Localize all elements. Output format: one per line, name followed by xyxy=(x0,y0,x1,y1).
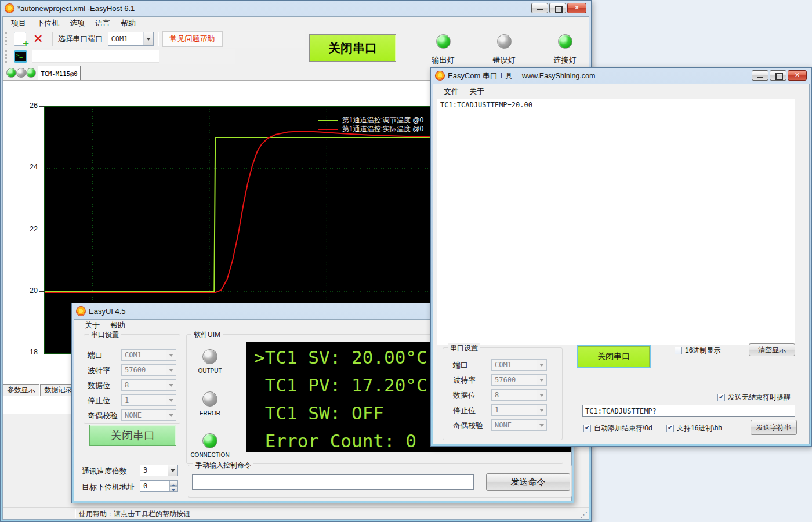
manual-command-input[interactable] xyxy=(192,474,474,490)
port-label: 端口 xyxy=(453,360,468,371)
menu-help[interactable]: 帮助 xyxy=(115,17,141,30)
delete-icon[interactable]: ✕ xyxy=(33,32,44,46)
parity-select[interactable]: NONE xyxy=(491,419,547,431)
remind-no-terminator-checkbox[interactable]: 发送无结束符时提醒 xyxy=(717,393,791,403)
y-tick-mark xyxy=(39,106,44,107)
stopbits-value: 1 xyxy=(125,396,129,404)
legend-line-swatch xyxy=(318,129,338,130)
serial-settings-title: 串口设置 xyxy=(448,343,480,353)
toolbar-grip-icon[interactable] xyxy=(5,50,8,63)
port-select[interactable]: COM1 xyxy=(121,349,176,361)
stopbits-select[interactable]: 1 xyxy=(121,394,176,406)
databits-select[interactable]: 8 xyxy=(491,389,547,401)
chevron-down-icon xyxy=(166,350,176,360)
toolbar-separator xyxy=(158,32,158,46)
clear-display-button[interactable]: 清空显示 xyxy=(749,343,795,356)
main-toolbar: ✕ 选择串口端口 COM1 常见问题帮助 xyxy=(3,30,304,48)
output-light: 输出灯 xyxy=(421,34,465,66)
toolbar-grip-icon[interactable] xyxy=(5,32,8,45)
parity-select[interactable]: NONE xyxy=(121,409,176,421)
output-light-label: 输出灯 xyxy=(421,55,465,66)
close-serial-port-button[interactable]: 关闭串口 xyxy=(577,345,651,368)
close-button[interactable] xyxy=(567,3,586,13)
stopbits-label: 停止位 xyxy=(453,405,476,416)
checkbox-box-icon xyxy=(717,394,725,401)
easycom-title: EasyCom 串口工具 xyxy=(448,71,513,81)
auto-terminator-checkbox[interactable]: 自动添加结束符\0d xyxy=(583,423,652,433)
close-button[interactable] xyxy=(788,70,807,81)
chart-legend: 第1通道温控:调节温度 @0 第1通道温控:实际温度 @0 xyxy=(318,116,423,133)
port-select[interactable]: COM1 xyxy=(491,359,547,371)
terminal-icon[interactable] xyxy=(14,50,27,63)
close-serial-port-button[interactable]: 关闭串口 xyxy=(309,34,396,62)
y-tick-mark xyxy=(39,168,44,168)
minimize-button[interactable] xyxy=(752,70,768,81)
spin-up-icon[interactable] xyxy=(169,481,177,486)
send-string-input[interactable] xyxy=(582,405,795,417)
status-separator xyxy=(75,509,75,518)
close-serial-port-button[interactable]: 关闭串口 xyxy=(89,425,176,446)
menu-language[interactable]: 语言 xyxy=(90,17,115,30)
databits-select[interactable]: 8 xyxy=(121,379,176,391)
output-led-icon xyxy=(202,349,217,364)
menu-about[interactable]: 关于 xyxy=(464,85,490,98)
new-project-icon[interactable] xyxy=(14,32,26,46)
send-command-button[interactable]: 发送命令 xyxy=(486,473,570,491)
send-string-button[interactable]: 发送字符串 xyxy=(751,420,797,435)
baud-select[interactable]: 57600 xyxy=(121,364,176,376)
legend-line-swatch xyxy=(318,120,338,121)
desktop: *autonewproject.xml -EasyHost 6.1 项目 下位机… xyxy=(0,0,812,522)
maximize-button[interactable] xyxy=(549,3,566,13)
chevron-down-icon xyxy=(166,410,176,420)
chevron-down-icon xyxy=(536,405,546,415)
menu-project[interactable]: 项目 xyxy=(6,17,31,30)
hex-support-checkbox[interactable]: 支持16进制\hh xyxy=(666,423,722,433)
spin-down-icon[interactable] xyxy=(169,486,177,491)
maximize-button[interactable] xyxy=(770,70,786,81)
com-port-select[interactable]: COM1 xyxy=(108,32,154,46)
easyhost-titlebar[interactable]: *autonewproject.xml -EasyHost 6.1 xyxy=(1,1,591,16)
databits-label: 数据位 xyxy=(453,390,476,401)
databits-label: 数据位 xyxy=(88,380,110,391)
baud-select[interactable]: 57600 xyxy=(491,374,547,386)
chevron-down-icon xyxy=(166,380,176,390)
parity-label: 奇偶校验 xyxy=(453,420,483,431)
menu-slave[interactable]: 下位机 xyxy=(31,17,64,30)
auto-terminator-label: 自动添加结束符\0d xyxy=(594,423,652,433)
chevron-down-icon xyxy=(536,390,546,400)
device-tab-tcm-m115[interactable]: TCM-M115@0 xyxy=(38,66,81,81)
app-sun-icon xyxy=(77,307,85,316)
checkbox-box-icon xyxy=(666,425,674,432)
parity-value: NONE xyxy=(125,411,142,419)
menu-file[interactable]: 文件 xyxy=(438,85,464,98)
app-sun-icon xyxy=(5,4,14,13)
tab-parameter-display[interactable]: 参数显示 xyxy=(3,384,39,396)
connect-led-icon xyxy=(558,34,572,49)
comm-speed-select[interactable]: 3 xyxy=(140,465,178,476)
remind-no-terminator-label: 发送无结束符时提醒 xyxy=(728,393,791,403)
port-value: COM1 xyxy=(495,361,512,369)
hex-display-checkbox[interactable]: 16进制显示 xyxy=(675,346,720,356)
select-port-label: 选择串口端口 xyxy=(58,34,103,44)
connect-light: 连接灯 xyxy=(543,34,587,66)
y-tick-mark xyxy=(39,353,44,353)
chevron-down-icon xyxy=(536,420,546,430)
faq-help-button[interactable]: 常见问题帮助 xyxy=(162,31,223,47)
status-bar: 使用帮助：请点击工具栏的帮助按钮 xyxy=(3,507,589,519)
connection-led-icon xyxy=(202,433,217,448)
error-light: 错误灯 xyxy=(482,34,526,66)
menu-options[interactable]: 选项 xyxy=(64,17,90,30)
target-address-stepper[interactable]: 0 xyxy=(140,480,178,492)
databits-value: 8 xyxy=(125,381,129,389)
minimize-button[interactable] xyxy=(531,3,548,13)
y-tick-label: 20 xyxy=(17,287,38,295)
hex-support-label: 支持16进制\hh xyxy=(677,423,722,433)
stopbits-select[interactable]: 1 xyxy=(491,404,547,416)
error-led-label: ERROR xyxy=(184,410,236,416)
legend-item: 第1通道温控:实际温度 @0 xyxy=(318,125,423,133)
baud-value: 57600 xyxy=(495,376,516,384)
hex-display-label: 16进制显示 xyxy=(685,346,720,356)
easycom-window: EasyCom 串口工具 www.EasyShining.com 文件 关于 T… xyxy=(430,67,812,447)
resize-grip-icon[interactable] xyxy=(580,510,588,519)
serial-log-textarea[interactable]: TC1:TCADJUSTTEMP=20.00 xyxy=(437,99,795,345)
